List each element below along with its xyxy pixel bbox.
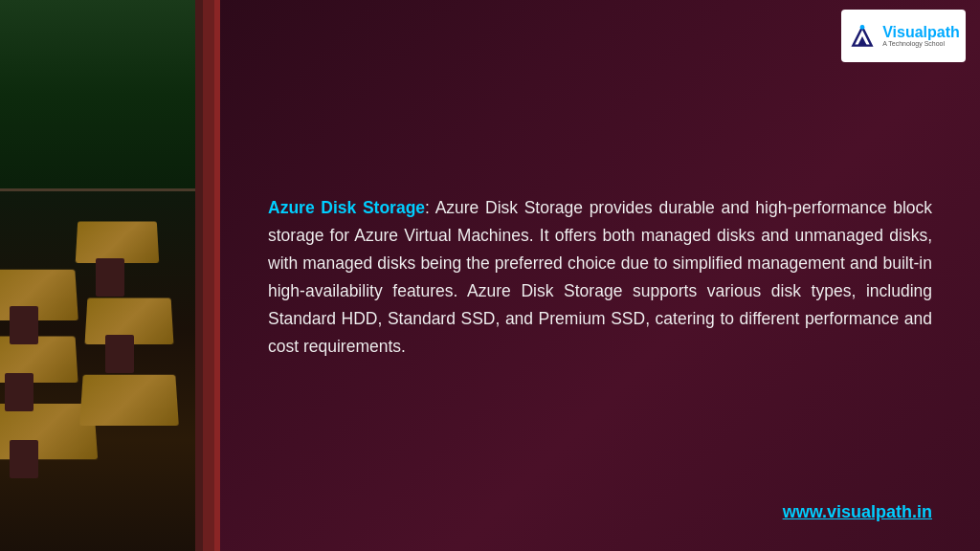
chair: [96, 258, 124, 297]
chair: [5, 373, 33, 411]
logo: Visualpath A Technology School: [841, 10, 966, 62]
chair: [105, 335, 134, 373]
divider: [195, 0, 220, 551]
desk: [76, 221, 160, 263]
body-text: Azure Disk Storage: Azure Disk Storage p…: [268, 194, 932, 360]
logo-icon: [847, 21, 878, 52]
logo-name: Visualpath: [882, 24, 960, 41]
desk: [79, 375, 179, 426]
content-panel: Visualpath A Technology School Azure Dis…: [220, 0, 980, 551]
body-text-content: Azure Disk Storage provides durable and …: [268, 198, 932, 355]
website-link[interactable]: www.visualpath.in: [268, 502, 932, 522]
chalkboard: [0, 0, 220, 191]
chair: [10, 440, 38, 478]
svg-marker-1: [858, 36, 867, 46]
content-title: Azure Disk Storage: [268, 198, 425, 217]
main-content: Azure Disk Storage: Azure Disk Storage p…: [268, 38, 932, 488]
chair: [10, 306, 38, 344]
logo-name-first: Visual: [882, 24, 927, 40]
logo-tagline: A Technology School: [882, 40, 960, 48]
logo-name-highlight: path: [927, 24, 960, 40]
classroom-image: [0, 0, 220, 551]
svg-point-2: [860, 25, 865, 30]
